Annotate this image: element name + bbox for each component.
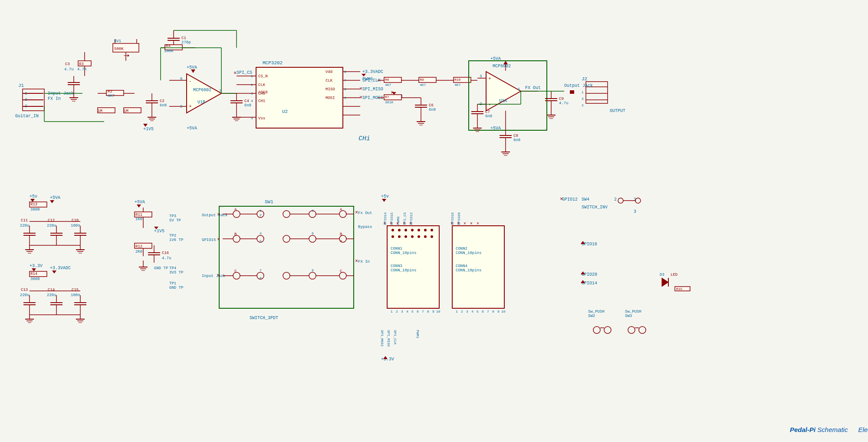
svg-text:8: 8 — [492, 310, 494, 313]
svg-text:1: 1 — [456, 310, 458, 313]
svg-text:D3: D3 — [660, 273, 664, 277]
svg-text:C6: C6 — [429, 103, 434, 108]
svg-text:4K7: 4K7 — [385, 83, 391, 87]
svg-text:GND TP: GND TP — [169, 286, 183, 290]
svg-text:5: 5 — [411, 310, 414, 313]
svg-text:+: + — [488, 76, 491, 81]
svg-text:Sw_PUSH: Sw_PUSH — [588, 310, 605, 314]
svg-text:CONN_10pins: CONN_10pins — [391, 251, 416, 255]
svg-text:+1V5: +1V5 — [154, 229, 164, 234]
svg-text:R6: R6 — [385, 78, 389, 82]
svg-text:FX In: FX In — [48, 96, 61, 101]
svg-text:-: - — [488, 102, 491, 107]
svg-text:6: 6 — [312, 231, 314, 235]
svg-text:+5VA: +5VA — [490, 56, 501, 61]
svg-text:-: - — [189, 79, 192, 84]
svg-text:3: 3 — [312, 209, 314, 213]
svg-text:9: 9 — [312, 268, 314, 272]
svg-text:5: 5 — [260, 239, 262, 243]
svg-text:Output JAck: Output JAck — [564, 83, 593, 88]
svg-point-410 — [398, 235, 401, 238]
svg-text:4.7u: 4.7u — [162, 256, 171, 261]
svg-text:SWITCH_INV: SWITCH_INV — [582, 205, 608, 210]
svg-text:CHi: CHi — [358, 135, 370, 142]
svg-text:Input Jack: Input Jack — [202, 274, 225, 278]
svg-text:4.7u: 4.7u — [64, 67, 74, 72]
svg-text:×: × — [359, 95, 362, 101]
svg-text:7: 7 — [344, 79, 346, 82]
svg-point-406 — [418, 229, 420, 231]
svg-text:8: 8 — [344, 70, 346, 74]
svg-rect-229 — [570, 90, 574, 94]
svg-text:×: × — [477, 221, 479, 226]
svg-text:×: × — [457, 221, 460, 226]
svg-text:GPIO12: GPIO12 — [562, 197, 578, 202]
svg-text:+5VA: +5VA — [490, 126, 501, 131]
svg-text:Bypass: Bypass — [358, 225, 372, 229]
svg-text:5: 5 — [180, 105, 182, 109]
svg-rect-0 — [0, 0, 868, 442]
svg-text:ADC0: ADC0 — [258, 90, 268, 95]
svg-text:TP4: TP4 — [169, 266, 176, 270]
svg-text:+5VA: +5VA — [135, 200, 145, 205]
svg-text:CONN4: CONN4 — [456, 264, 467, 268]
svg-text:+5v: +5v — [381, 194, 389, 199]
svg-text:U1A: U1A — [499, 99, 507, 103]
svg-text:6n8: 6n8 — [513, 138, 520, 142]
svg-text:4: 4 — [471, 310, 473, 313]
svg-text:3: 3 — [466, 310, 468, 313]
svg-text:CONN_10pins: CONN_10pins — [456, 251, 481, 255]
svg-text:CONN_10pins: CONN_10pins — [456, 268, 481, 273]
svg-text:TP3: TP3 — [169, 214, 176, 218]
svg-text:4K7: 4K7 — [108, 94, 115, 98]
svg-text:×: × — [233, 70, 237, 76]
svg-text:9: 9 — [432, 310, 434, 313]
svg-text:6n8: 6n8 — [244, 103, 251, 108]
svg-text:4: 4 — [251, 99, 253, 103]
svg-text:300R: 300R — [30, 277, 40, 281]
svg-text:×: × — [217, 273, 220, 279]
svg-text:2: 2 — [582, 103, 584, 107]
svg-text:J2: J2 — [582, 76, 587, 82]
svg-text:4: 4 — [260, 231, 262, 235]
svg-text:8: 8 — [427, 310, 429, 313]
svg-text:270p: 270p — [181, 40, 191, 45]
svg-text:OUTPUT: OUTPUT — [610, 109, 625, 113]
svg-text:×: × — [217, 212, 220, 218]
svg-text:C16: C16 — [162, 251, 169, 255]
svg-text:1: 1 — [518, 87, 520, 92]
svg-text:TP1: TP1 — [169, 281, 176, 286]
svg-point-405 — [411, 229, 414, 231]
svg-text:×: × — [390, 221, 392, 226]
svg-text:C: C — [340, 269, 342, 274]
svg-text:B: B — [340, 232, 342, 237]
svg-text:5V TP: 5V TP — [169, 218, 181, 223]
svg-text:Fx Out: Fx Out — [358, 211, 372, 215]
svg-text:R9: R9 — [420, 78, 424, 82]
svg-text:×: × — [403, 221, 405, 226]
svg-text:×: × — [560, 196, 563, 202]
svg-text:CLK: CLK — [258, 83, 266, 87]
svg-text:U1B: U1B — [197, 100, 205, 105]
svg-text:8: 8 — [260, 276, 262, 280]
svg-text:+3.3V: +3.3V — [30, 264, 43, 268]
svg-text:+5v: +5v — [30, 194, 37, 199]
svg-point-411 — [404, 235, 407, 238]
svg-text:C14: C14 — [48, 288, 55, 292]
svg-text:SPI_CS: SPI_CS — [237, 70, 252, 75]
svg-text:C13: C13 — [21, 288, 28, 292]
svg-text:C3: C3 — [65, 62, 70, 66]
svg-point-402 — [391, 229, 394, 231]
svg-text:R7: R7 — [385, 95, 389, 99]
svg-text:FX In: FX In — [358, 260, 370, 264]
svg-text:2: 2 — [251, 83, 253, 87]
svg-text:100n: 100n — [71, 224, 80, 228]
svg-text:220u: 220u — [20, 293, 30, 297]
svg-text:R12: R12 — [135, 244, 142, 249]
svg-text:C8: C8 — [513, 134, 518, 138]
svg-text:×: × — [217, 237, 220, 243]
svg-text:4.7u: 4.7u — [559, 101, 569, 106]
svg-text:GND TP: GND TP — [154, 266, 168, 270]
svg-text:C9: C9 — [559, 97, 564, 101]
svg-text:5: 5 — [477, 310, 479, 313]
